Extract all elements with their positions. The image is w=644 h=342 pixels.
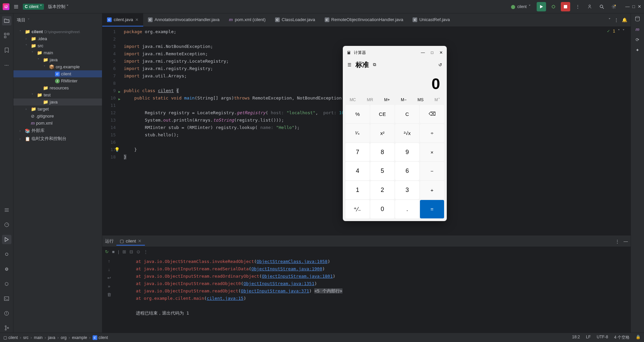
calc-key-equals[interactable]: =: [420, 200, 444, 218]
readonly-icon[interactable]: 🔒: [636, 335, 641, 340]
vcs-menu[interactable]: 版本控制 ˅: [48, 4, 69, 10]
tree-item[interactable]: 📁 resources: [13, 84, 102, 91]
soft-wrap-icon[interactable]: ↩: [107, 275, 111, 280]
calc-mminus-button[interactable]: M−: [401, 97, 407, 102]
window-minimize-button[interactable]: —: [625, 4, 630, 9]
code-with-me-icon[interactable]: [585, 2, 594, 11]
debug-tool-button[interactable]: [2, 250, 11, 259]
calc-close-button[interactable]: ✕: [439, 50, 443, 55]
stop-button[interactable]: [561, 2, 570, 11]
notifications-icon[interactable]: 🔔: [622, 17, 627, 22]
inspection-widget[interactable]: ✓1 ˄ ˅: [607, 29, 625, 33]
calc-key-4[interactable]: 4: [345, 162, 370, 180]
line-separator[interactable]: LF: [586, 335, 591, 340]
tree-item[interactable]: ⊘ .gitignore: [13, 113, 102, 120]
calc-key-percent[interactable]: %: [345, 105, 370, 123]
hamburger-icon[interactable]: [13, 4, 19, 9]
console-more-icon[interactable]: ⋮: [144, 249, 148, 254]
run-tool-button[interactable]: [2, 235, 11, 244]
maven-tool-button[interactable]: m: [636, 27, 640, 32]
calc-key-add[interactable]: +: [420, 181, 444, 199]
calc-key-multiply[interactable]: ×: [420, 143, 444, 161]
calc-minimize-button[interactable]: —: [421, 50, 425, 55]
project-tool-button[interactable]: [2, 16, 11, 25]
tree-item[interactable]: ˅📁 test: [13, 91, 102, 98]
settings-icon[interactable]: [609, 2, 619, 11]
structure-tool-button[interactable]: [2, 31, 11, 40]
breadcrumb-item[interactable]: org: [61, 335, 66, 340]
run-tab-config[interactable]: ▢ cilent ✕: [116, 237, 145, 246]
calc-key-divide[interactable]: ÷: [420, 124, 444, 142]
tree-item[interactable]: ˅📁 java: [13, 56, 102, 63]
clear-all-icon[interactable]: 🗑: [107, 292, 111, 297]
editor-tab-cilent[interactable]: Ccilent.java✕: [102, 13, 143, 26]
ai-tool-button[interactable]: ✦: [636, 48, 639, 53]
calc-menu-icon[interactable]: ☰: [347, 62, 352, 67]
window-maximize-button[interactable]: □: [632, 4, 635, 9]
calc-key-9[interactable]: 9: [395, 143, 419, 161]
editor-tab[interactable]: CUnicastRef.java: [408, 13, 454, 26]
calc-key-3[interactable]: 3: [395, 181, 419, 199]
vcs-tool-button[interactable]: [2, 323, 11, 333]
editor-tab[interactable]: CRemoteObjectInvocationHandler.java: [320, 13, 408, 26]
tab-more-icon[interactable]: ⋮: [614, 17, 619, 22]
editor-tab[interactable]: mpom.xml (cilent): [224, 13, 270, 26]
tree-item[interactable]: ›📁 target: [13, 106, 102, 113]
gutter-run-icon[interactable]: ▶: [118, 88, 120, 95]
calc-key-dot[interactable]: .: [395, 200, 419, 218]
breadcrumb-item[interactable]: ▢ cilent: [3, 335, 18, 340]
debug-button[interactable]: [549, 2, 558, 11]
bookmarks-tool-button[interactable]: [2, 46, 11, 55]
calc-key-square[interactable]: x²: [370, 124, 394, 142]
run-button[interactable]: [537, 2, 546, 11]
console-output[interactable]: at java.io.ObjectStreamClass.invokeReadO…: [116, 257, 631, 333]
run-config-selector[interactable]: ⬤ cilent ˅: [507, 3, 534, 10]
todo-tool-button[interactable]: [2, 205, 11, 215]
calc-key-subtract[interactable]: −: [420, 162, 444, 180]
calc-key-ce[interactable]: CE: [370, 105, 394, 123]
tree-item[interactable]: m pom.xml: [13, 120, 102, 127]
editor-tab[interactable]: CAnnotationInvocationHandler.java: [143, 13, 224, 26]
indent-config[interactable]: 4 个空格: [614, 335, 630, 340]
run-panel-more-icon[interactable]: ⋮: [615, 239, 620, 244]
calc-key-2[interactable]: 2: [370, 181, 394, 199]
rerun-button[interactable]: ↻: [105, 249, 109, 254]
breadcrumb-item[interactable]: java: [48, 335, 55, 340]
breadcrumb-item[interactable]: example: [72, 335, 87, 340]
calc-key-1[interactable]: 1: [345, 181, 370, 199]
calc-history-icon[interactable]: ↺: [438, 62, 442, 67]
calc-ms-button[interactable]: MS: [418, 97, 424, 102]
calc-key-5[interactable]: 5: [370, 162, 394, 180]
services-tool-button[interactable]: ⬡: [2, 279, 11, 288]
tree-item[interactable]: ›📚 外部库: [13, 127, 102, 135]
run-panel-minimize-icon[interactable]: —: [624, 239, 628, 244]
more-tool-button[interactable]: ⋯: [2, 60, 11, 70]
tab-dropdown-icon[interactable]: ˅: [608, 17, 611, 22]
more-actions-button[interactable]: ⋮: [573, 2, 582, 11]
calc-key-0[interactable]: 0: [370, 200, 394, 218]
editor-tab[interactable]: CClassLoader.java: [270, 13, 320, 26]
calc-pin-icon[interactable]: ⧉: [373, 62, 376, 67]
calc-key-6[interactable]: 6: [395, 162, 419, 180]
tree-item[interactable]: ˅📁 main: [13, 49, 102, 56]
bulb-icon[interactable]: 💡: [114, 146, 120, 153]
tree-item[interactable]: ›📁 .idea: [13, 35, 102, 42]
project-selector[interactable]: Ccilent ˅: [23, 4, 44, 10]
tree-item[interactable]: ˅📁 src: [13, 42, 102, 49]
calc-key-c[interactable]: C: [395, 105, 419, 123]
window-close-button[interactable]: ✕: [638, 4, 641, 9]
console-layout-icon[interactable]: ⊞: [122, 249, 126, 254]
calc-titlebar[interactable]: 🖩 计算器 — □ ✕: [344, 47, 445, 58]
calc-key-sqrt[interactable]: ²√x: [395, 124, 419, 142]
breadcrumb-item[interactable]: C cilent: [93, 335, 108, 340]
console-filter-icon[interactable]: ⊟: [129, 249, 133, 254]
build-tool-button[interactable]: ⚙: [2, 264, 11, 274]
profiler-tool-button[interactable]: [2, 220, 11, 229]
tree-item[interactable]: I RMIinter: [13, 77, 102, 84]
calc-maximize-button[interactable]: □: [431, 50, 433, 55]
cursor-position[interactable]: 18:2: [572, 335, 580, 340]
project-panel-header[interactable]: 项目 ˅: [13, 13, 102, 27]
tree-root[interactable]: ˅📁 cilent D:\yingwenmingthree\: [13, 28, 102, 35]
breadcrumb-item[interactable]: main: [34, 335, 43, 340]
database-tool-button[interactable]: [635, 16, 640, 21]
